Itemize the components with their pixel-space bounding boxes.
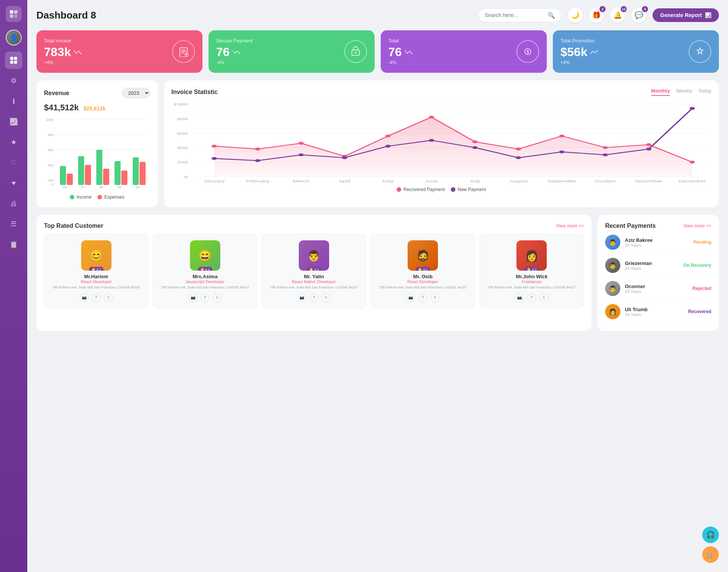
facebook-icon-2[interactable]: f	[309, 293, 318, 302]
svg-point-76	[472, 146, 478, 149]
customers-view-more[interactable]: View more >>	[556, 223, 584, 229]
customer-name-1: Mrs.Asima	[157, 274, 253, 279]
sidebar-item-info[interactable]: ℹ	[5, 92, 22, 110]
svg-text:600: 600	[48, 148, 53, 152]
stat-card-secure-payment[interactable]: Secure Payment 76 -4%	[209, 30, 375, 73]
stat-card-total-promotion[interactable]: Total Promotion $56k +4%	[553, 30, 719, 73]
twitter-icon-2[interactable]: t	[322, 293, 331, 302]
revenue-card: Revenue 2023 2022 2021 $41,512k $25,612k	[36, 80, 158, 207]
gift-button[interactable]: 🎁 2	[589, 8, 604, 23]
cart-button[interactable]: 🛒	[702, 546, 719, 563]
new-payment-legend-label: New Payment	[458, 187, 486, 192]
svg-rect-35	[103, 169, 109, 185]
customer-role-2: React Native Developer	[266, 279, 362, 284]
instagram-icon-1[interactable]: 📷	[188, 293, 198, 302]
search-box[interactable]: 🔍	[478, 8, 562, 22]
svg-text:08: 08	[99, 185, 103, 189]
payment-item-0[interactable]: 👨 Aziz Bakree 24 Years Pending	[605, 231, 711, 254]
instagram-icon-2[interactable]: 📷	[297, 293, 306, 302]
sidebar-logo[interactable]	[6, 6, 22, 22]
svg-point-60	[298, 142, 304, 145]
sidebar-item-printer[interactable]: 🖨	[5, 195, 22, 212]
twitter-icon-3[interactable]: t	[430, 293, 439, 302]
twitter-icon-1[interactable]: t	[213, 293, 222, 302]
payment-age-1: 24 Years	[625, 266, 679, 271]
sidebar-item-list[interactable]: 📋	[5, 236, 22, 253]
payment-age-2: 24 Years	[625, 289, 688, 294]
instagram-icon-4[interactable]: 📷	[515, 293, 524, 302]
customer-card-1: 😄 ⭐ 4.2 Mrs.Asima Javascript Developer 7…	[153, 234, 257, 309]
bell-button[interactable]: 🔔 12	[610, 8, 625, 23]
invoice-tabs: Monthly Weekly Today	[651, 88, 711, 96]
svg-text:600: 600	[177, 131, 188, 135]
revenue-bar-chart: 1000 800 600 400 200 0	[44, 116, 150, 191]
svg-point-72	[298, 154, 304, 157]
invoice-title: Invoice Statistic	[171, 89, 218, 96]
recent-payments-view-more[interactable]: View more >>	[683, 223, 711, 229]
instagram-icon-3[interactable]: 📷	[406, 293, 415, 302]
bell-badge: 12	[621, 6, 627, 12]
sidebar-item-dashboard[interactable]	[5, 52, 22, 69]
support-button[interactable]: 🎧	[702, 527, 719, 543]
svg-text:800: 800	[48, 133, 53, 137]
instagram-icon-0[interactable]: 📷	[80, 293, 89, 302]
sidebar-item-heart-fill[interactable]: ♥	[5, 174, 22, 192]
sidebar-item-menu[interactable]: ☰	[5, 215, 22, 233]
main-content: Dashboard 8 🔍 🌙 🎁 2 🔔 12 💬 5 Gen	[27, 0, 728, 572]
svg-rect-1	[14, 10, 17, 14]
svg-text:06: 06	[63, 185, 67, 189]
customer-role-1: Javascript Developer	[157, 279, 253, 284]
total-promotion-label: Total Promotion	[560, 38, 598, 44]
svg-point-59	[255, 147, 260, 150]
revenue-value: $41,512k	[44, 103, 79, 112]
svg-point-80	[646, 147, 651, 150]
customers-grid: 😊 ⭐ 4.2 Mr.Hariom React Developer 795 Fo…	[44, 234, 584, 309]
payment-age-3: 24 Years	[625, 312, 684, 317]
payment-status-2: Rejected	[692, 286, 711, 291]
sidebar-item-heart-outline[interactable]: ♡	[5, 154, 22, 171]
twitter-icon-4[interactable]: t	[539, 293, 548, 302]
svg-point-62	[385, 135, 391, 138]
payment-status-1: On Recovery	[683, 263, 711, 268]
facebook-icon-3[interactable]: f	[418, 293, 427, 302]
moon-button[interactable]: 🌙	[568, 8, 583, 23]
tab-monthly[interactable]: Monthly	[651, 88, 670, 96]
invoice-line-chart: 1000 800 600 400 200 0	[171, 100, 711, 184]
sidebar-item-chart[interactable]: 📈	[5, 113, 22, 130]
chat-button[interactable]: 💬 5	[631, 8, 646, 23]
generate-report-button[interactable]: Generate Report 📊	[653, 8, 719, 22]
page-title: Dashboard 8	[36, 9, 96, 21]
facebook-icon-4[interactable]: f	[527, 293, 536, 302]
svg-rect-4	[10, 57, 13, 60]
stat-cards: Total invoice 783k +4%	[36, 30, 719, 73]
payment-name-2: Oconner	[625, 284, 688, 289]
rating-badge-3: ⭐ 4.2	[416, 267, 430, 271]
svg-rect-39	[140, 162, 146, 185]
payment-item-1[interactable]: 👨 Griezerman 24 Years On Recovery	[605, 254, 711, 277]
search-input[interactable]	[485, 12, 544, 18]
tab-today[interactable]: Today	[698, 88, 711, 96]
facebook-icon-1[interactable]: f	[201, 293, 210, 302]
new-payment-legend-dot	[451, 187, 455, 192]
twitter-icon-0[interactable]: t	[104, 293, 113, 302]
svg-point-16	[355, 52, 356, 53]
svg-rect-36	[115, 161, 121, 185]
payment-item-2[interactable]: 👨 Oconner 24 Years Rejected	[605, 277, 711, 300]
sidebar-item-settings[interactable]: ⚙	[5, 72, 22, 89]
facebook-icon-0[interactable]: f	[92, 293, 101, 302]
svg-text:December: December	[679, 180, 706, 183]
total-label: Total	[388, 38, 413, 44]
svg-rect-30	[60, 166, 66, 185]
avatar[interactable]: 👤	[6, 30, 22, 45]
svg-point-73	[342, 156, 347, 159]
svg-text:0: 0	[184, 175, 188, 179]
tab-weekly[interactable]: Weekly	[676, 88, 692, 96]
year-select[interactable]: 2023 2022 2021	[122, 88, 150, 98]
customer-avatar-3: 🧔 ⭐ 4.2	[408, 240, 438, 271]
customer-card-3: 🧔 ⭐ 4.2 Mr. Osib React Developer 795 Fol…	[371, 234, 475, 309]
svg-point-75	[429, 139, 434, 142]
payment-item-3[interactable]: 👩 Uli Trumb 24 Years Recovered	[605, 300, 711, 323]
stat-card-total-invoice[interactable]: Total invoice 783k +4%	[36, 30, 202, 73]
stat-card-total[interactable]: Total 76 -4% $	[381, 30, 547, 73]
sidebar-item-star[interactable]: ★	[5, 133, 22, 151]
